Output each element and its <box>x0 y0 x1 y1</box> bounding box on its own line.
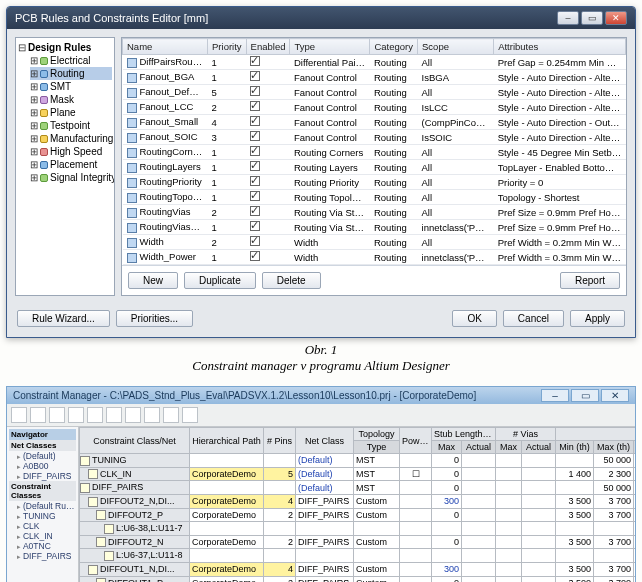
constraint-row[interactable]: CLK_INCorporateDemo5(Default)MST☐01 4002… <box>80 467 636 481</box>
constraint-row[interactable]: TUNING(Default)MST050 000 <box>80 454 636 468</box>
delete-button[interactable]: Delete <box>262 272 321 289</box>
enabled-checkbox[interactable] <box>250 131 260 141</box>
enabled-checkbox[interactable] <box>250 251 260 261</box>
nav-item[interactable]: CLK <box>9 521 76 531</box>
constraint-row[interactable]: DIFF_PAIRS(Default)MST050 000 <box>80 481 636 495</box>
tree-node-testpoint[interactable]: ⊞Testpoint <box>30 119 112 132</box>
col-attributes[interactable]: Attributes <box>494 39 626 55</box>
toolbar-icon[interactable] <box>68 407 84 423</box>
toolbar-icon[interactable] <box>163 407 179 423</box>
maximize-button[interactable]: ▭ <box>571 389 599 402</box>
expand-icon[interactable]: ⊞ <box>30 159 38 170</box>
nav-section[interactable]: Constraint Classes <box>9 481 76 501</box>
toolbar-icon[interactable] <box>11 407 27 423</box>
col-topology[interactable]: Topology <box>354 428 400 441</box>
col-hierarchical-path[interactable]: Hierarchical Path <box>190 428 264 454</box>
tree-node-high-speed[interactable]: ⊞High Speed <box>30 145 112 158</box>
col-priority[interactable]: Priority <box>208 39 247 55</box>
rule-row[interactable]: RoutingTopology1Routing TopologyRoutingA… <box>123 190 626 205</box>
col-category[interactable]: Category <box>370 39 418 55</box>
rule-row[interactable]: Fanout_BGA1Fanout ControlRoutingIsBGASty… <box>123 70 626 85</box>
tree-node-signal-integrity[interactable]: ⊞Signal Integrity <box>30 171 112 184</box>
enabled-checkbox[interactable] <box>250 86 260 96</box>
col-length[interactable] <box>556 428 635 441</box>
rule-row[interactable]: Fanout_Small4Fanout ControlRouting(CompP… <box>123 115 626 130</box>
expand-icon[interactable]: ⊞ <box>30 107 38 118</box>
col-enabled[interactable]: Enabled <box>246 39 290 55</box>
tree-node-plane[interactable]: ⊞Plane <box>30 106 112 119</box>
nav-item[interactable]: CLK_IN <box>9 531 76 541</box>
toolbar-icon[interactable] <box>144 407 160 423</box>
navigator-pane[interactable]: Navigator Net Classes (Default)A0B00DIFF… <box>7 427 79 582</box>
constraint-row[interactable]: DIFFOUT2_NCorporateDemo2DIFF_PAIRSCustom… <box>80 535 636 549</box>
col-name[interactable]: Name <box>123 39 208 55</box>
col-power-net[interactable]: Power Net <box>400 428 432 454</box>
constraint-row[interactable]: DIFFOUT1_PCorporateDemo2DIFF_PAIRSCustom… <box>80 576 636 582</box>
enabled-checkbox[interactable] <box>250 191 260 201</box>
enabled-checkbox[interactable] <box>250 161 260 171</box>
rule-row[interactable]: Fanout_Default5Fanout ControlRoutingAllS… <box>123 85 626 100</box>
toolbar-icon[interactable] <box>182 407 198 423</box>
rule-row[interactable]: Width_Power1WidthRoutinginnetclass('Powe… <box>123 250 626 265</box>
cancel-button[interactable]: Cancel <box>503 310 564 327</box>
nav-item[interactable]: (Default) <box>9 451 76 461</box>
tree-node-mask[interactable]: ⊞Mask <box>30 93 112 106</box>
nav-item[interactable]: DIFF_PAIRS <box>9 471 76 481</box>
rules-table[interactable]: NamePriorityEnabledTypeCategoryScopeAttr… <box>122 38 626 265</box>
enabled-checkbox[interactable] <box>250 71 260 81</box>
col-scope[interactable]: Scope <box>418 39 494 55</box>
rule-row[interactable]: DiffPairsRouting1Differential Pairs Rout… <box>123 55 626 70</box>
expand-icon[interactable]: ⊞ <box>30 133 38 144</box>
rule-row[interactable]: RoutingLayers1Routing LayersRoutingAllTo… <box>123 160 626 175</box>
duplicate-button[interactable]: Duplicate <box>184 272 256 289</box>
close-button[interactable]: ✕ <box>605 11 627 25</box>
col-constraint-class[interactable]: Constraint Class/Net <box>80 428 190 454</box>
rule-row[interactable]: Fanout_LCC2Fanout ControlRoutingIsLCCSty… <box>123 100 626 115</box>
new-button[interactable]: New <box>128 272 178 289</box>
tree-node-smt[interactable]: ⊞SMT <box>30 80 112 93</box>
tree-root[interactable]: Design Rules <box>28 42 91 53</box>
expand-icon[interactable]: ⊞ <box>30 68 38 79</box>
enabled-checkbox[interactable] <box>250 56 260 66</box>
col-pins[interactable]: # Pins <box>264 428 296 454</box>
ok-button[interactable]: OK <box>452 310 496 327</box>
minimize-button[interactable]: – <box>557 11 579 25</box>
enabled-checkbox[interactable] <box>250 221 260 231</box>
enabled-checkbox[interactable] <box>250 101 260 111</box>
expand-icon[interactable]: ⊞ <box>30 172 38 183</box>
rule-row[interactable]: RoutingPriority1Routing PriorityRoutingA… <box>123 175 626 190</box>
rule-row[interactable]: Width2WidthRoutingAllPref Width = 0.2mm … <box>123 235 626 250</box>
apply-button[interactable]: Apply <box>570 310 625 327</box>
tree-node-electrical[interactable]: ⊞Electrical <box>30 54 112 67</box>
rule-wizard-button[interactable]: Rule Wizard... <box>17 310 110 327</box>
nav-section[interactable]: Net Classes <box>9 440 76 451</box>
rule-row[interactable]: RoutingVias2Routing Via StyleRoutingAllP… <box>123 205 626 220</box>
toolbar-icon[interactable] <box>106 407 122 423</box>
expand-icon[interactable]: ⊞ <box>30 146 38 157</box>
rules-tree[interactable]: ⊟Design Rules ⊞Electrical⊞Routing⊞SMT⊞Ma… <box>15 37 115 296</box>
enabled-checkbox[interactable] <box>250 146 260 156</box>
constraint-row[interactable]: L:U6-38,L:U11-7 <box>80 522 636 536</box>
nav-item[interactable]: TUNING <box>9 511 76 521</box>
nav-item[interactable]: DIFF_PAIRS <box>9 551 76 561</box>
toolbar-icon[interactable] <box>30 407 46 423</box>
col-type[interactable]: Type <box>290 39 370 55</box>
constraint-row[interactable]: DIFFOUT2_N,DI...CorporateDemo4DIFF_PAIRS… <box>80 494 636 508</box>
tree-node-placement[interactable]: ⊞Placement <box>30 158 112 171</box>
expand-icon[interactable]: ⊞ <box>30 81 38 92</box>
tree-node-manufacturing[interactable]: ⊞Manufacturing <box>30 132 112 145</box>
priorities-button[interactable]: Priorities... <box>116 310 193 327</box>
enabled-checkbox[interactable] <box>250 236 260 246</box>
expand-icon[interactable]: ⊞ <box>30 94 38 105</box>
tree-node-routing[interactable]: ⊞Routing <box>30 67 112 80</box>
constraint-row[interactable]: L:U6-37,L:U11-8 <box>80 549 636 563</box>
toolbar-icon[interactable] <box>125 407 141 423</box>
col-vias[interactable]: # Vias <box>496 428 556 441</box>
expand-icon[interactable]: ⊞ <box>30 120 38 131</box>
enabled-checkbox[interactable] <box>250 176 260 186</box>
rule-row[interactable]: Fanout_SOIC3Fanout ControlRoutingIsSOICS… <box>123 130 626 145</box>
constraint-sheet[interactable]: Constraint Class/Net Hierarchical Path #… <box>79 427 635 582</box>
expand-icon[interactable]: ⊞ <box>30 55 38 66</box>
maximize-button[interactable]: ▭ <box>581 11 603 25</box>
minimize-button[interactable]: – <box>541 389 569 402</box>
